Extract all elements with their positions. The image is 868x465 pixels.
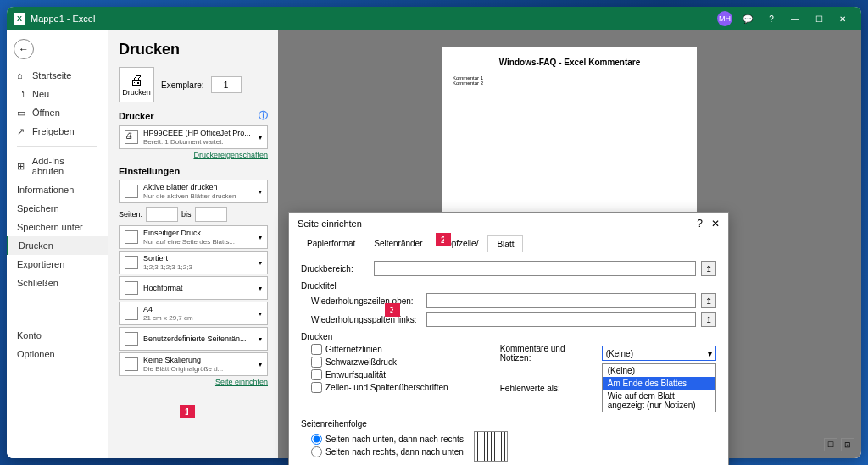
excel-icon: X	[14, 13, 25, 25]
nav-open[interactable]: ▭Öffnen	[7, 103, 108, 122]
order-down-radio[interactable]	[311, 434, 322, 445]
sheets-icon	[125, 185, 138, 198]
nav-saveas[interactable]: Speichern unter	[7, 218, 108, 236]
nav-save[interactable]: Speichern	[7, 199, 108, 218]
preview-title: Windows-FAQ - Excel Kommentare	[453, 58, 687, 67]
dialog-tabs: Papierformat Seitenränder Kopfzeile/ Bla…	[289, 235, 728, 252]
comments-label: Kommentare und Notizen:	[500, 344, 598, 363]
page-icon	[125, 230, 138, 244]
margins-toggle-icon[interactable]: ☐	[824, 438, 837, 451]
help-icon[interactable]: ?	[760, 10, 783, 27]
orientation-selector[interactable]: Hochformat ▾	[119, 276, 268, 300]
callout-2: 2	[436, 233, 451, 246]
paper-icon	[125, 307, 138, 320]
window-title: Mappe1 - Excel	[31, 14, 95, 24]
dropdown-option[interactable]: Am Ende des Blattes	[603, 377, 715, 390]
titles-label: Drucktitel	[301, 281, 716, 291]
page-order-icon	[474, 431, 508, 462]
tab-sheet[interactable]: Blatt	[487, 235, 523, 252]
collate-selector[interactable]: Sortiert1;2;3 1;2;3 1;2;3 ▾	[119, 251, 268, 274]
copies-label: Exemplare:	[161, 80, 204, 90]
print-what-selector[interactable]: Aktive Blätter druckenNur die aktiven Bl…	[119, 180, 268, 203]
titlebar: X Mappe1 - Excel MH 💬 ? — ☐ ✕	[7, 7, 861, 30]
page-setup-link[interactable]: Seite einrichten	[119, 378, 268, 386]
portrait-icon	[125, 281, 138, 295]
nav-new[interactable]: 🗋Neu	[7, 85, 108, 103]
minimize-button[interactable]: —	[783, 10, 807, 27]
dropdown-option[interactable]: Wie auf dem Blatt angezeigt (nur Notizen…	[603, 390, 715, 412]
nav-close[interactable]: Schließen	[7, 274, 108, 292]
print-area-label: Druckbereich:	[301, 264, 369, 274]
gridlines-checkbox[interactable]	[311, 344, 322, 355]
pages-from-input[interactable]	[146, 207, 178, 222]
user-avatar[interactable]: MH	[717, 11, 732, 26]
printer-properties-link[interactable]: Druckereigenschaften	[119, 151, 268, 159]
callout-1: 1	[180, 405, 195, 418]
back-button[interactable]: ←	[14, 39, 34, 59]
dialog-help-button[interactable]: ?	[697, 218, 703, 230]
printer-status-icon: 🖨	[125, 130, 138, 144]
tab-paper[interactable]: Papierformat	[298, 235, 364, 252]
errors-label: Fehlerwerte als:	[500, 384, 598, 393]
info-icon[interactable]: ⓘ	[259, 109, 268, 122]
nav-addins[interactable]: ⊞Add-Ins abrufen	[7, 152, 108, 180]
tab-margins[interactable]: Seitenränder	[364, 235, 431, 252]
nav-home[interactable]: ⌂Startseite	[7, 66, 108, 85]
comments-combobox[interactable]: (Keine)▾	[602, 346, 716, 361]
dropdown-option[interactable]: (Keine)	[603, 364, 715, 377]
ref-select-button[interactable]: ↥	[701, 312, 716, 327]
page-title: Drucken	[119, 41, 268, 58]
printer-icon: 🖨	[130, 73, 143, 88]
callout-3: 3	[385, 303, 400, 317]
scale-icon	[125, 357, 138, 371]
preview-line: Kommentar 2	[453, 80, 687, 86]
print-area-input[interactable]	[374, 261, 696, 276]
margins-selector[interactable]: Benutzerdefinierte Seitenrän... ▾	[119, 327, 268, 351]
dialog-title: Seite einrichten	[298, 219, 362, 229]
pages-to-input[interactable]	[195, 207, 227, 222]
scaling-selector[interactable]: Keine SkalierungDie Blätt Originalgröße …	[119, 352, 268, 376]
close-button[interactable]: ✕	[831, 10, 854, 27]
ref-select-button[interactable]: ↥	[701, 261, 716, 276]
maximize-button[interactable]: ☐	[807, 10, 831, 27]
nav-account[interactable]: Konto	[7, 326, 108, 345]
headings-checkbox[interactable]	[311, 382, 322, 393]
print-group-label: Drucken	[301, 332, 716, 341]
pages-range: Seiten: bis	[119, 207, 268, 222]
printer-heading: Drucker	[119, 111, 154, 121]
printer-selector[interactable]: 🖨 HP99CEEE (HP OfficeJet Pro...Bereit: 1…	[119, 125, 268, 149]
page-setup-dialog: Seite einrichten ? ✕ Papierformat Seiten…	[288, 212, 729, 465]
backstage-sidebar: ← ⌂Startseite 🗋Neu ▭Öffnen ↗Freigeben ⊞A…	[7, 30, 108, 458]
nav-print[interactable]: Drucken	[7, 236, 108, 255]
paper-selector[interactable]: A421 cm x 29,7 cm ▾	[119, 302, 268, 325]
zoom-toggle-icon[interactable]: ⊡	[841, 438, 854, 451]
bw-checkbox[interactable]	[311, 357, 322, 368]
rows-repeat-input[interactable]	[426, 293, 696, 308]
nav-options[interactable]: Optionen	[7, 345, 108, 363]
watermark: Windows-FAQ	[510, 174, 630, 197]
ref-select-button[interactable]: ↥	[701, 293, 716, 308]
order-group-label: Seitenreihenfolge	[301, 419, 716, 429]
collate-icon	[125, 256, 138, 269]
order-right-radio[interactable]	[311, 446, 322, 457]
nav-export[interactable]: Exportieren	[7, 255, 108, 274]
chevron-down-icon: ▾	[708, 349, 712, 358]
cols-repeat-input[interactable]	[426, 312, 696, 327]
nav-share[interactable]: ↗Freigeben	[7, 122, 108, 141]
nav-info[interactable]: Informationen	[7, 180, 108, 199]
print-settings-panel: Drucken 🖨 Drucken Exemplare: Druckerⓘ 🖨 …	[108, 30, 278, 458]
comment-icon[interactable]: 💬	[736, 10, 760, 27]
dialog-close-button[interactable]: ✕	[711, 218, 720, 230]
margins-icon	[125, 332, 138, 346]
print-button[interactable]: 🖨 Drucken	[119, 67, 154, 102]
sided-selector[interactable]: Einseitiger DruckNur auf eine Seite des …	[119, 225, 268, 249]
copies-input[interactable]	[211, 76, 242, 93]
settings-heading: Einstellungen	[119, 166, 180, 176]
comments-dropdown-list: (Keine) Am Ende des Blattes Wie auf dem …	[602, 363, 716, 412]
draft-checkbox[interactable]	[311, 369, 322, 380]
